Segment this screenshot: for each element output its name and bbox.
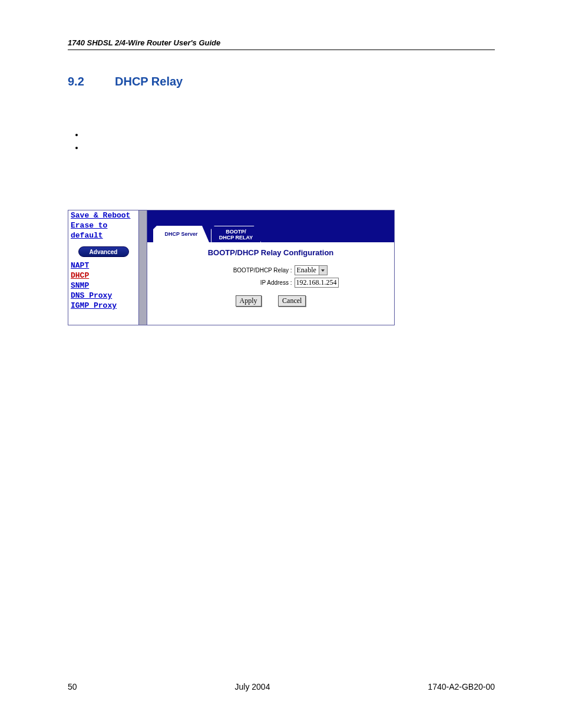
section-heading: 9.2DHCP Relay xyxy=(68,75,495,88)
panel-title: BOOTP/DHCP Relay Configuration xyxy=(147,248,394,257)
sidebar-link-save-reboot[interactable]: Save & Reboot xyxy=(71,210,136,220)
ip-address-input[interactable] xyxy=(295,278,339,288)
content-area: DHCP Server BOOTP/ DHCP RELAY BOOTP/DHCP… xyxy=(147,210,394,325)
cancel-button[interactable]: Cancel xyxy=(278,295,306,307)
tab-bar: DHCP Server BOOTP/ DHCP RELAY xyxy=(147,210,394,242)
page-number: 50 xyxy=(68,682,77,691)
sidebar-link-erase-default[interactable]: Erase to default xyxy=(71,220,136,241)
bullet-item xyxy=(84,143,495,156)
chevron-down-icon xyxy=(319,266,327,275)
section-title: DHCP Relay xyxy=(115,75,183,88)
config-panel: BOOTP/DHCP Relay Configuration BOOTP/DHC… xyxy=(147,242,394,325)
bullet-list xyxy=(84,130,495,156)
apply-button[interactable]: Apply xyxy=(236,295,262,307)
bullet-item xyxy=(84,130,495,143)
running-header: 1740 SHDSL 2/4-Wire Router User's Guide xyxy=(68,38,495,50)
embedded-screenshot: Save & Reboot Erase to default Advanced … xyxy=(68,210,395,325)
sidebar-link-napt[interactable]: NAPT xyxy=(71,261,136,271)
footer-date: July 2004 xyxy=(235,682,270,691)
tab-bootp-dhcp-relay[interactable]: BOOTP/ DHCP RELAY xyxy=(211,226,261,242)
relay-label: BOOTP/DHCP Relay : xyxy=(159,267,295,274)
relay-select[interactable]: Enable xyxy=(295,265,328,275)
sidebar-link-snmp[interactable]: SNMP xyxy=(71,281,136,291)
relay-select-value: Enable xyxy=(295,266,319,275)
ip-label: IP Address : xyxy=(159,279,295,286)
tab-active-line1: BOOTP/ xyxy=(226,229,246,235)
sidebar-link-dns-proxy[interactable]: DNS Proxy xyxy=(71,291,136,301)
sidebar: Save & Reboot Erase to default Advanced … xyxy=(68,210,139,325)
section-number: 9.2 xyxy=(68,75,115,88)
page-footer: 50 July 2004 1740-A2-GB20-00 xyxy=(68,682,495,691)
vertical-divider xyxy=(139,210,147,325)
tab-dhcp-server[interactable]: DHCP Server xyxy=(153,226,209,242)
tab-active-line2: DHCP RELAY xyxy=(219,235,253,241)
doc-number: 1740-A2-GB20-00 xyxy=(428,682,495,691)
sidebar-link-dhcp[interactable]: DHCP xyxy=(71,271,136,281)
advanced-pill: Advanced xyxy=(78,246,129,257)
sidebar-link-igmp-proxy[interactable]: IGMP Proxy xyxy=(71,301,136,311)
